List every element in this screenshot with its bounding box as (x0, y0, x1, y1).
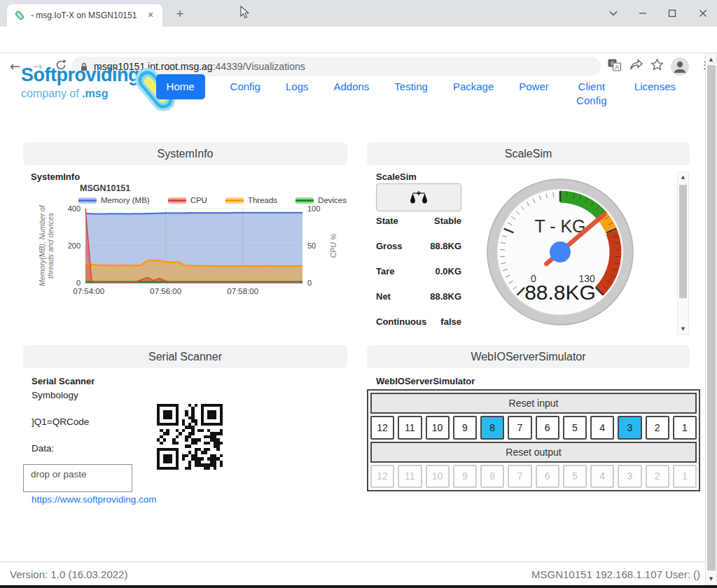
serial-scanner-label: Serial Scanner (32, 376, 95, 386)
state-value: Stable (434, 216, 461, 226)
output-channel-1: 1 (673, 465, 697, 488)
translate-icon[interactable]: a A (608, 59, 621, 74)
scalesim-row-tare: Tare0.0KG (376, 266, 461, 276)
scale-balance-icon (410, 190, 428, 204)
scroll-down-icon[interactable]: ▼ (678, 326, 688, 332)
data-label: Data: (32, 443, 54, 454)
input-channel-9[interactable]: 9 (453, 416, 477, 439)
gross-value: 88.8KG (430, 241, 461, 251)
webio-simulator-box: Reset input 121110987654321 Reset output… (367, 389, 700, 491)
legend-swatch (225, 197, 244, 204)
output-channel-row: 121110987654321 (370, 465, 697, 488)
svg-text:100: 100 (307, 204, 320, 213)
input-channel-4[interactable]: 4 (590, 416, 614, 439)
scale-command-button[interactable] (376, 183, 461, 211)
symbology-value: ]Q1=QRCode (32, 416, 89, 427)
svg-text:07:54:00: 07:54:00 (73, 287, 104, 295)
scalesim-panel-header: ScaleSim (367, 142, 690, 165)
nav-item-addons[interactable]: Addons (333, 74, 369, 99)
page-scrollbar-thumb[interactable] (707, 65, 716, 570)
scroll-up-icon[interactable]: ▲ (678, 174, 688, 180)
svg-text:07:56:00: 07:56:00 (150, 287, 181, 295)
legend-swatch (295, 197, 314, 204)
new-tab-icon[interactable]: + (171, 6, 189, 24)
svg-text:0: 0 (307, 279, 312, 287)
input-channel-2[interactable]: 2 (646, 416, 669, 439)
nav-item-logs[interactable]: Logs (286, 74, 309, 99)
output-channel-4: 4 (590, 465, 614, 488)
reset-output-button[interactable]: Reset output (370, 442, 697, 463)
output-channel-2: 2 (646, 465, 669, 488)
scrollbar-thumb[interactable] (679, 185, 687, 298)
scalesim-row-state: StateStable (376, 216, 461, 226)
minimize-icon[interactable] (629, 0, 657, 27)
weight-gauge: T - KG013088.8KG (483, 175, 637, 329)
maximize-icon[interactable] (658, 0, 686, 27)
serial-scanner-panel-header: Serial Scanner (23, 345, 347, 368)
svg-text:CPU %: CPU % (329, 234, 337, 258)
chart-legend: Memory (MB)CPUThreadsDevices (78, 196, 347, 204)
nav-item-package[interactable]: Package (453, 74, 494, 99)
scanned-url-link[interactable]: https://www.softproviding.com (32, 494, 157, 505)
browser-tab[interactable]: - msg.IoT-X on MSGN10151 × (7, 4, 162, 27)
svg-text:threads and devices: threads and devices (46, 212, 55, 279)
legend-item: Memory (MB) (78, 196, 150, 204)
nav-item-home[interactable]: Home (156, 74, 205, 99)
logo-tagline: company of .msg (21, 88, 139, 100)
profile-avatar[interactable] (670, 57, 690, 76)
page-scrollbar[interactable]: ▲ ▼ (705, 53, 717, 585)
output-channel-5: 5 (563, 465, 587, 488)
chart-plot-area: 020040005010007:54:0007:56:0007:58:00Mem… (28, 204, 347, 302)
continuous-value: false (440, 316, 461, 327)
output-channel-8: 8 (480, 465, 504, 488)
site-logo: Softproviding company of .msg (21, 64, 139, 100)
nav-item-client-config[interactable]: Client Config (574, 74, 609, 108)
input-channel-3[interactable]: 3 (618, 416, 641, 439)
tab-close-icon[interactable]: × (144, 9, 157, 22)
input-channel-11[interactable]: 11 (398, 416, 422, 439)
legend-swatch (78, 197, 97, 204)
share-icon[interactable] (629, 59, 643, 74)
nav-item-testing[interactable]: Testing (394, 74, 428, 99)
systeminfo-chart: MSGN10151 Memory (MB)CPUThreadsDevices 0… (28, 183, 347, 302)
input-channel-6[interactable]: 6 (536, 416, 559, 439)
page-scroll-down-icon[interactable]: ▼ (706, 576, 716, 582)
back-icon[interactable]: ← (10, 59, 20, 74)
browser-window: - msg.IoT-X on MSGN10151 × + ← → (0, 0, 717, 588)
webio-label: WebIOServerSimulator (376, 376, 475, 386)
close-icon[interactable] (689, 0, 717, 27)
scan-drop-input[interactable]: drop or paste (23, 464, 132, 492)
symbology-label: Symbology (32, 390, 78, 400)
output-channel-7: 7 (508, 465, 531, 488)
nav-item-licenses[interactable]: Licenses (634, 74, 676, 99)
input-channel-12[interactable]: 12 (370, 416, 394, 439)
input-channel-10[interactable]: 10 (426, 416, 450, 439)
input-channel-5[interactable]: 5 (563, 416, 587, 439)
output-channel-9: 9 (453, 465, 477, 488)
bookmark-star-icon[interactable] (650, 58, 664, 74)
scalesim-row-net: Net88.8KG (376, 291, 461, 302)
input-channel-row: 121110987654321 (370, 416, 697, 439)
favicon-peanut-icon (14, 10, 25, 21)
svg-text:88.8KG: 88.8KG (524, 281, 596, 304)
window-bottom-edge (0, 585, 717, 588)
scalesim-row-continuous: Continuousfalse (376, 316, 461, 327)
page-scroll-up-icon[interactable]: ▲ (706, 57, 716, 62)
scalesim-label: ScaleSim (376, 172, 417, 182)
reset-input-button[interactable]: Reset input (370, 393, 697, 414)
input-channel-8[interactable]: 8 (480, 416, 504, 439)
tare-value: 0.0KG (435, 266, 461, 276)
output-channel-6: 6 (536, 465, 559, 488)
input-channel-1[interactable]: 1 (673, 416, 697, 439)
qr-code-image (157, 404, 223, 470)
nav-item-config[interactable]: Config (230, 74, 260, 99)
legend-item: Threads (225, 196, 277, 204)
output-channel-11: 11 (398, 465, 422, 488)
tab-search-chevron-icon[interactable] (599, 0, 627, 27)
scalesim-scrollbar[interactable]: ▲ ▼ (677, 172, 689, 335)
svg-text:07:58:00: 07:58:00 (227, 287, 258, 295)
svg-text:0: 0 (76, 279, 81, 287)
input-channel-7[interactable]: 7 (508, 416, 531, 439)
svg-text:T - KG: T - KG (534, 216, 585, 236)
nav-item-power[interactable]: Power (519, 74, 549, 99)
